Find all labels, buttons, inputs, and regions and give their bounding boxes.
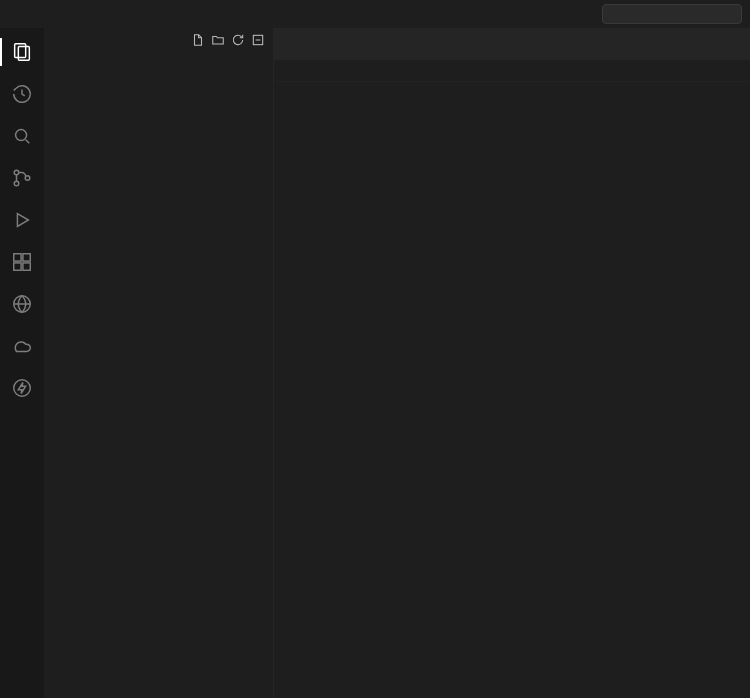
timeline-icon[interactable] [0,76,44,112]
editor-area [274,28,750,698]
explorer-icon[interactable] [0,34,44,70]
collapse-icon[interactable] [251,33,265,50]
titlebar [0,0,750,28]
activity-bar [0,28,44,698]
file-tree[interactable] [44,54,273,698]
svg-rect-9 [23,254,30,261]
svg-rect-8 [23,263,30,270]
svg-point-5 [25,176,30,181]
lightning-icon[interactable] [0,370,44,406]
code-content[interactable] [320,82,750,698]
search-icon[interactable] [0,118,44,154]
line-gutter [274,82,320,698]
svg-rect-7 [14,263,21,270]
svg-point-11 [14,380,31,397]
refresh-icon[interactable] [231,33,245,50]
new-folder-icon[interactable] [211,33,225,50]
svg-point-4 [14,181,19,186]
source-control-icon[interactable] [0,160,44,196]
breadcrumb[interactable] [274,60,750,82]
extensions-icon[interactable] [0,244,44,280]
new-file-icon[interactable] [191,33,205,50]
editor-tabs [274,28,750,60]
svg-point-3 [14,170,19,175]
run-debug-icon[interactable] [0,202,44,238]
remote-icon[interactable] [0,286,44,322]
svg-point-2 [16,130,27,141]
command-search-input[interactable] [602,4,742,24]
svg-rect-6 [14,254,21,261]
cloud-icon[interactable] [0,328,44,364]
explorer-sidebar [44,28,274,698]
code-editor[interactable] [274,82,750,698]
